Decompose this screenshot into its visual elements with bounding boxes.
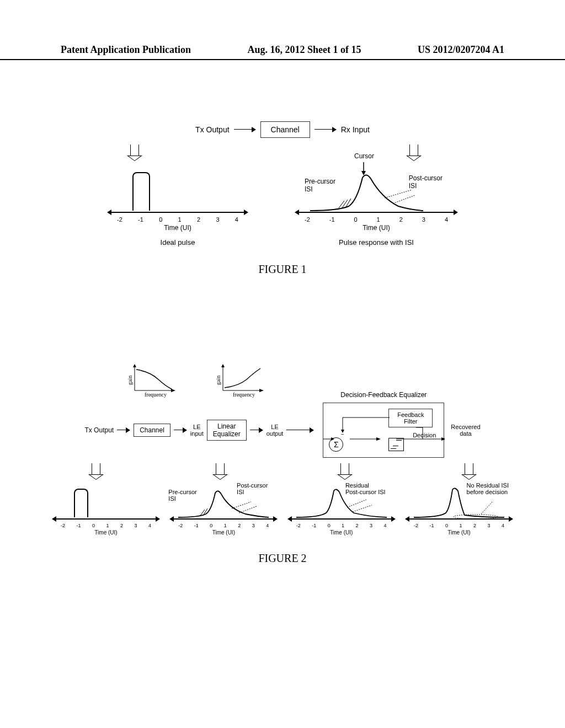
down-arrow-icon — [407, 144, 420, 161]
tick: 2 — [356, 523, 359, 528]
tick: 4 — [445, 216, 448, 223]
fig2-charts: -2 -1 0 1 2 3 4 Time (UI) Pre-cursor ISI… — [56, 485, 509, 536]
dfe-block: Decision-Feedback Equalizer Feedback Fil… — [323, 403, 444, 458]
tick-labels: -2 -1 0 1 2 3 4 — [409, 523, 509, 528]
svg-marker-13 — [376, 437, 381, 441]
arrow-right-icon — [174, 430, 187, 431]
arrow-right-icon — [315, 129, 337, 130]
after-dfe-chart: No Residual ISI before decision -2 -1 0 … — [409, 485, 509, 536]
recovered-data-label: Recovered data — [451, 424, 480, 437]
channel-block: Channel — [134, 424, 170, 437]
tick: -2 — [61, 523, 65, 528]
x-axis — [299, 212, 454, 213]
figure-1: Tx Output Channel Rx Input -2 -1 0 1 2 3… — [111, 121, 454, 276]
tick: 4 — [502, 523, 504, 528]
tick: -2 — [296, 523, 301, 528]
tick: 3 — [134, 523, 137, 528]
isi-curve-icon — [174, 485, 273, 518]
axis-label: Time (UI) — [111, 224, 244, 232]
gain-xlabel: frequency — [145, 392, 167, 398]
x-axis — [111, 212, 244, 213]
isi-pulse-chart: Cursor Pre-cursor ISI Post-cursor ISI — [299, 168, 454, 247]
axis-label: Time (UI) — [299, 224, 454, 232]
tick: 0 — [159, 216, 162, 223]
ideal-pulse-chart: -2 -1 0 1 2 3 4 Time (UI) — [56, 485, 156, 536]
fig1-down-arrows — [111, 144, 454, 161]
tick: 4 — [384, 523, 387, 528]
axis-label: Time (UI) — [174, 529, 273, 536]
svg-marker-11 — [331, 437, 334, 441]
header-right: US 2012/0207204 A1 — [418, 44, 504, 56]
svg-marker-9 — [259, 389, 264, 392]
fig1-flow: Tx Output Channel Rx Input — [111, 121, 454, 138]
le-output-label: LE output — [266, 424, 284, 437]
dfe-wiring-icon: − — [323, 409, 445, 453]
tick: 4 — [148, 523, 151, 528]
fig1-charts: -2 -1 0 1 2 3 4 Time (UI) Ideal pulse Cu… — [111, 168, 454, 247]
tick: 0 — [92, 523, 95, 528]
tick-labels: -2 -1 0 1 2 3 4 — [292, 523, 391, 528]
dfe-title: Decision-Feedback Equalizer — [340, 391, 427, 399]
x-axis — [292, 518, 391, 520]
tick: -1 — [312, 523, 316, 528]
tick: -1 — [329, 216, 335, 223]
fig2-flow: gain frequency gain frequency Tx Output … — [56, 403, 509, 458]
chart-title: Pulse response with ISI — [299, 238, 454, 247]
tick: -1 — [138, 216, 143, 223]
tick: 1 — [459, 523, 462, 528]
down-arrow-icon — [338, 463, 351, 480]
tick: 2 — [473, 523, 476, 528]
cursor-label: Cursor — [354, 152, 374, 160]
tick: -2 — [117, 216, 122, 223]
tick: -1 — [76, 523, 81, 528]
svg-marker-7 — [221, 364, 225, 367]
arrow-right-icon — [250, 430, 263, 431]
tick: -2 — [305, 216, 310, 223]
tick: 3 — [370, 523, 372, 528]
gain-ylabel: gain — [127, 376, 133, 385]
tick: 3 — [216, 216, 219, 223]
tx-output-label: Tx Output — [84, 426, 114, 434]
channel-block: Channel — [260, 121, 310, 138]
arrow-right-icon — [286, 430, 314, 431]
x-axis — [174, 518, 273, 520]
axis-label: Time (UI) — [292, 529, 391, 536]
svg-marker-15 — [441, 437, 445, 441]
tick: 1 — [377, 216, 380, 223]
arrow-right-icon — [234, 129, 256, 130]
clean-curve-icon — [409, 485, 509, 518]
tick: -1 — [429, 523, 434, 528]
tick: 1 — [224, 523, 227, 528]
x-axis — [56, 518, 156, 520]
down-arrow-icon — [462, 463, 476, 480]
page-header: Patent Application Publication Aug. 16, … — [0, 44, 565, 60]
linear-equalizer-block: Linear Equalizer — [207, 420, 247, 441]
tx-output-label: Tx Output — [195, 125, 229, 134]
isi-pulse-curve — [305, 168, 426, 212]
tick: 4 — [266, 523, 269, 528]
tick: -2 — [178, 523, 183, 528]
tick: 0 — [354, 216, 358, 223]
figure-2: gain frequency gain frequency Tx Output … — [56, 364, 509, 565]
slicer-icon — [388, 438, 404, 451]
axis-label: Time (UI) — [56, 529, 156, 536]
ideal-pulse-icon — [74, 489, 88, 517]
svg-line-23 — [481, 502, 492, 514]
arrow-right-icon — [117, 430, 130, 431]
tick: -2 — [414, 523, 418, 528]
tick: 1 — [342, 523, 344, 528]
residual-curve-icon — [292, 485, 391, 518]
tick-labels: -2 -1 0 1 2 3 4 — [299, 216, 454, 223]
down-arrow-icon — [214, 463, 227, 480]
tick-labels: -2 -1 0 1 2 3 4 — [111, 216, 244, 223]
ideal-pulse-chart: -2 -1 0 1 2 3 4 Time (UI) Ideal pulse — [111, 168, 244, 247]
gain-xlabel: frequency — [233, 392, 255, 398]
le-input-chart: Pre-cursor ISI Post-cursor ISI -2 -1 0 1… — [174, 485, 273, 536]
channel-gain-chart: gain frequency — [128, 363, 178, 396]
tick: 0 — [328, 523, 331, 528]
chart-title: Ideal pulse — [111, 238, 244, 247]
le-input-label: LE input — [190, 424, 204, 437]
x-axis — [409, 518, 509, 520]
tick: 1 — [178, 216, 182, 223]
figure-1-caption: FIGURE 1 — [111, 263, 454, 276]
